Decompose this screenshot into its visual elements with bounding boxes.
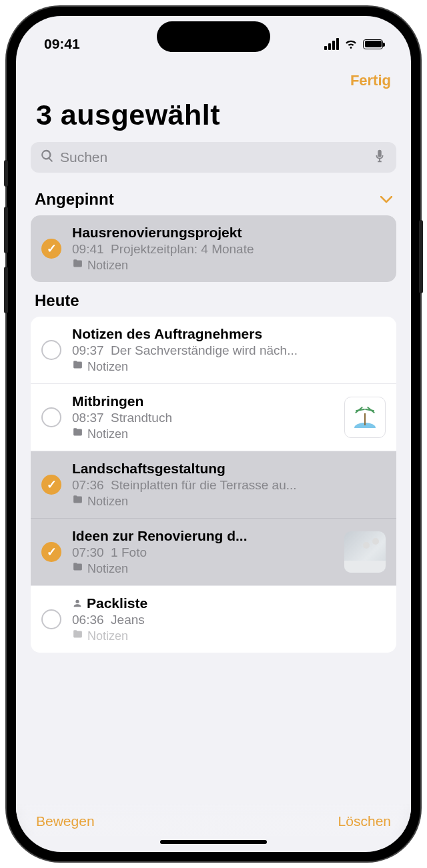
note-folder: Notizen	[72, 427, 334, 441]
section-header-today: Heute	[16, 282, 411, 317]
screen: 09:41 Fertig 3 ausgewählt Suchen Angepin…	[16, 16, 411, 852]
note-title: Hausrenovierungsprojekt	[72, 225, 386, 241]
folder-icon	[72, 494, 83, 509]
chevron-down-icon[interactable]	[380, 192, 392, 207]
note-row[interactable]: Packliste 06:36 Jeans Notizen	[31, 586, 396, 653]
note-thumbnail	[344, 531, 386, 573]
nav-bar: Fertig	[16, 60, 411, 95]
search-placeholder: Suchen	[60, 149, 367, 165]
folder-icon	[72, 258, 83, 273]
mic-icon[interactable]	[372, 149, 387, 166]
done-button[interactable]: Fertig	[350, 72, 391, 89]
cellular-icon	[324, 38, 339, 50]
folder-icon	[72, 629, 83, 643]
note-thumbnail	[344, 397, 386, 438]
note-subtitle: 07:30 1 Foto	[72, 545, 334, 560]
pinned-list: Hausrenovierungsprojekt 09:41 Projektzei…	[31, 215, 396, 282]
checkbox[interactable]	[41, 407, 61, 427]
note-subtitle: 06:36 Jeans	[72, 613, 386, 627]
note-subtitle: 09:41 Projektzeitplan: 4 Monate	[72, 242, 386, 257]
note-title: Packliste	[72, 595, 386, 611]
note-title: Landschaftsgestaltung	[72, 461, 386, 477]
checkbox[interactable]	[41, 340, 61, 360]
wifi-icon	[344, 35, 358, 53]
section-label: Angepinnt	[35, 190, 114, 209]
note-row[interactable]: Hausrenovierungsprojekt 09:41 Projektzei…	[31, 215, 396, 282]
search-icon	[40, 149, 55, 166]
section-label: Heute	[35, 291, 79, 310]
note-row[interactable]: Mitbringen 08:37 Strandtuch Notizen	[31, 384, 396, 451]
search-field[interactable]: Suchen	[31, 142, 396, 173]
battery-icon	[363, 39, 383, 49]
note-row[interactable]: Ideen zur Renovierung d... 07:30 1 Foto …	[31, 518, 396, 586]
move-button[interactable]: Bewegen	[36, 813, 95, 829]
note-row[interactable]: Notizen des Auftragnehmers 09:37 Der Sac…	[31, 317, 396, 384]
folder-icon	[72, 359, 83, 374]
note-folder: Notizen	[72, 258, 386, 273]
note-subtitle: 09:37 Der Sachverständige wird näch...	[72, 343, 386, 358]
checkbox[interactable]	[41, 609, 61, 629]
shared-icon	[72, 598, 83, 609]
today-list: Notizen des Auftragnehmers 09:37 Der Sac…	[31, 317, 396, 653]
delete-button[interactable]: Löschen	[338, 813, 391, 829]
notes-list[interactable]: Angepinnt Hausrenovierungsprojekt 09:41 …	[16, 181, 411, 804]
status-time: 09:41	[44, 36, 80, 52]
checkbox[interactable]	[41, 239, 61, 259]
note-subtitle: 08:37 Strandtuch	[72, 411, 334, 425]
note-folder: Notizen	[72, 494, 386, 509]
folder-icon	[72, 427, 83, 441]
note-folder: Notizen	[72, 359, 386, 374]
checkbox[interactable]	[41, 542, 61, 562]
bottom-toolbar: Bewegen Löschen	[16, 804, 411, 836]
note-folder: Notizen	[72, 629, 386, 643]
folder-icon	[72, 561, 83, 576]
note-title: Notizen des Auftragnehmers	[72, 326, 386, 342]
note-subtitle: 07:36 Steinplatten für die Terrasse au..…	[72, 478, 386, 493]
home-indicator[interactable]	[160, 840, 267, 844]
checkbox[interactable]	[41, 475, 61, 495]
note-folder: Notizen	[72, 561, 334, 576]
page-title: 3 ausgewählt	[16, 95, 411, 142]
note-title: Ideen zur Renovierung d...	[72, 528, 334, 544]
note-title: Mitbringen	[72, 393, 334, 409]
note-row[interactable]: Landschaftsgestaltung 07:36 Steinplatten…	[31, 451, 396, 519]
section-header-pinned[interactable]: Angepinnt	[16, 181, 411, 215]
